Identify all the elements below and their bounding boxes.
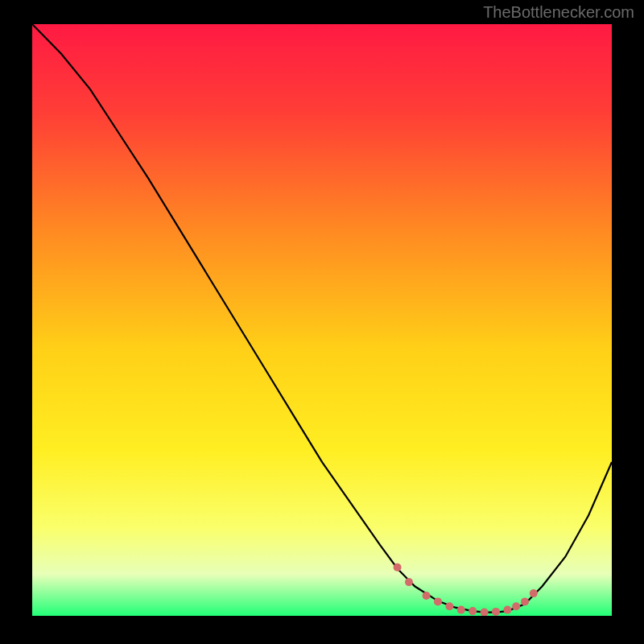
marker-dot	[423, 592, 431, 600]
marker-dot	[394, 564, 402, 572]
marker-dot	[445, 602, 453, 610]
marker-dot	[530, 589, 538, 597]
marker-dot	[434, 597, 442, 605]
chart-svg	[32, 24, 612, 616]
chart-area	[32, 24, 612, 616]
marker-dot	[405, 578, 413, 586]
marker-dot	[492, 608, 500, 616]
marker-dot	[521, 597, 529, 605]
marker-dot	[457, 606, 465, 614]
marker-dot	[469, 607, 477, 615]
watermark-text: TheBottlenecker.com	[483, 3, 634, 22]
marker-dot	[503, 606, 511, 614]
marker-dot	[512, 602, 520, 610]
gradient-background	[32, 24, 612, 616]
